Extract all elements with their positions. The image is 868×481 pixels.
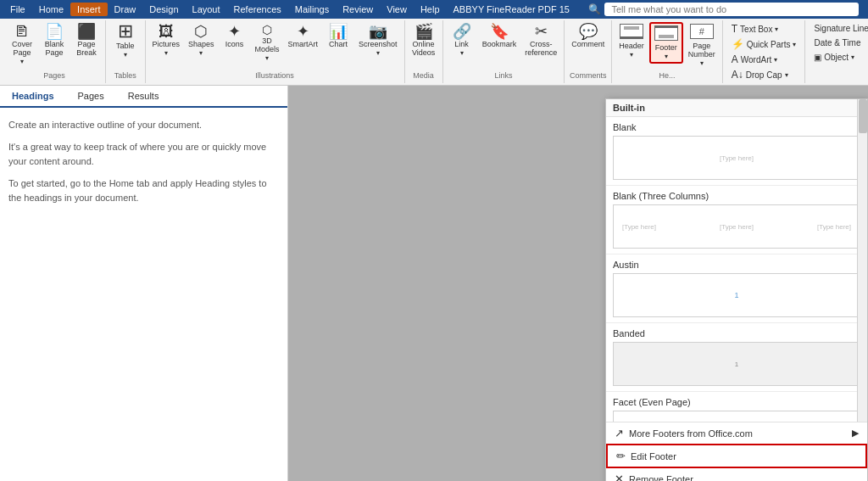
smartart-button[interactable]: ✦ SmartArt [285, 22, 322, 50]
menu-review[interactable]: Review [336, 3, 380, 16]
header-icon [620, 24, 643, 39]
cover-page-button[interactable]: 🖹 CoverPage ▾ [7, 22, 37, 67]
more-footers-action[interactable]: ↗ More Footers from Office.com ▶ [606, 422, 867, 444]
icons-button[interactable]: ✦ Icons [220, 22, 250, 50]
page-break-icon: ⬛ [77, 24, 96, 39]
footer-option-austin[interactable]: Austin 1 [606, 254, 867, 323]
chevron-icon: ▾ [774, 56, 777, 64]
option-blank-three-name: Blank (Three Columns) [613, 191, 860, 201]
tab-headings[interactable]: Headings [0, 86, 66, 108]
edit-footer-icon: ✏ [616, 450, 626, 462]
screenshot-icon: 📷 [369, 24, 387, 39]
online-videos-icon: 🎬 [415, 24, 433, 39]
object-button[interactable]: ▣ Object ▾ [809, 51, 860, 64]
option-blank-preview: [Type here] [613, 136, 860, 180]
ribbon-group-header-footer: Header ▾ Footer ▾ # PageNumber ▾ [612, 20, 723, 83]
menu-design[interactable]: Design [142, 3, 185, 16]
blank-page-icon: 📄 [45, 24, 64, 39]
scrollbar-thumb[interactable] [859, 99, 867, 133]
media-items: 🎬 OnlineVideos [409, 22, 439, 70]
option-blank-name: Blank [613, 122, 860, 132]
menu-bar: File Home Insert Draw Design Layout Refe… [0, 0, 580, 19]
text-items: T Text Box ▾ ⚡ Quick Parts ▾ A WordArt ▾ [726, 22, 802, 81]
wordart-button[interactable]: A WordArt ▾ [726, 53, 783, 66]
option-facet-name: Facet (Even Page) [613, 397, 860, 407]
panel-text-1: Create an interactive outline of your do… [8, 118, 279, 133]
panel-tabs: Headings Pages Results [0, 86, 287, 108]
bookmark-button[interactable]: 🔖 Bookmark [479, 22, 520, 50]
top-row: File Home Insert Draw Design Layout Refe… [0, 0, 868, 19]
date-time-button[interactable]: Date & Time [809, 36, 865, 49]
footer-option-facet[interactable]: Facet (Even Page) [Author name] [DD/DD/D… [606, 392, 867, 422]
link-button[interactable]: 🔗 Link ▾ [447, 22, 477, 59]
preview-text-col1: [Type here] [622, 223, 656, 231]
table-button[interactable]: ⊞ Table ▾ [109, 22, 142, 59]
chevron-icon: ▾ [775, 25, 778, 33]
online-videos-button[interactable]: 🎬 OnlineVideos [409, 22, 439, 59]
pages-items: 🖹 CoverPage ▾ 📄 BlankPage ⬛ PageBreak [7, 22, 102, 70]
dropdown-scrollbar[interactable] [857, 99, 867, 422]
quick-parts-button[interactable]: ⚡ Quick Parts ▾ [726, 37, 802, 51]
shapes-button[interactable]: ⬡ Shapes ▾ [185, 22, 218, 59]
menu-help[interactable]: Help [414, 3, 447, 16]
pictures-button[interactable]: 🖼 Pictures ▾ [149, 22, 184, 59]
link-icon: 🔗 [453, 24, 471, 39]
drop-cap-button[interactable]: A↓ Drop Cap ▾ [726, 68, 793, 81]
preview-text-banded: 1 [735, 361, 738, 368]
chevron-icon: ▾ [376, 49, 380, 57]
pages-label: Pages [43, 70, 65, 81]
chevron-icon: ▾ [265, 54, 269, 62]
menu-draw[interactable]: Draw [108, 3, 143, 16]
menu-abbyy[interactable]: ABBYY FineReader PDF 15 [447, 3, 576, 16]
option-austin-preview: 1 [613, 273, 860, 317]
menu-view[interactable]: View [380, 3, 414, 16]
3d-models-button[interactable]: ⬡ 3DModels ▾ [252, 22, 283, 64]
shapes-icon: ⬡ [194, 24, 208, 39]
chevron-icon: ▾ [665, 53, 668, 60]
menu-home[interactable]: Home [32, 3, 70, 16]
menu-insert[interactable]: Insert [70, 3, 108, 16]
comment-button[interactable]: 💬 Comment [568, 22, 608, 50]
edit-footer-action[interactable]: ✏ Edit Footer [606, 444, 867, 468]
3d-models-icon: ⬡ [262, 24, 272, 36]
table-icon: ⊞ [118, 22, 133, 41]
panel-text-3: To get started, go to the Home tab and a… [8, 176, 279, 206]
page-break-button[interactable]: ⬛ PageBreak [71, 22, 102, 59]
footer-option-blank[interactable]: Blank [Type here] [606, 117, 867, 186]
blank-page-button[interactable]: 📄 BlankPage [39, 22, 70, 59]
text-box-button[interactable]: T Text Box ▾ [726, 22, 784, 36]
menu-references[interactable]: References [227, 3, 288, 16]
remove-footer-label: Remove Footer [629, 474, 693, 482]
chart-button[interactable]: 📊 Chart [323, 22, 353, 50]
menu-file[interactable]: File [3, 3, 32, 16]
header-footer-items: Header ▾ Footer ▾ # PageNumber ▾ [615, 22, 719, 70]
tab-results[interactable]: Results [116, 86, 171, 106]
quick-parts-icon: ⚡ [732, 39, 744, 49]
menu-layout[interactable]: Layout [186, 3, 227, 16]
footer-option-banded[interactable]: Banded 1 [606, 323, 867, 392]
tab-pages[interactable]: Pages [66, 86, 116, 106]
page-number-icon: # [690, 24, 714, 39]
cross-reference-button[interactable]: ✂ Cross-reference [521, 22, 560, 59]
header-button[interactable]: Header ▾ [615, 22, 648, 60]
edit-footer-label: Edit Footer [631, 451, 676, 461]
menu-mailings[interactable]: Mailings [288, 3, 336, 16]
search-input[interactable] [604, 3, 859, 16]
option-facet-preview: [Author name] [DD/DD/DD] [613, 411, 860, 422]
footer-option-blank-three[interactable]: Blank (Three Columns) [Type here] [Type … [606, 186, 867, 254]
cover-page-icon: 🖹 [14, 24, 30, 39]
remove-footer-action[interactable]: ✕ Remove Footer [606, 468, 867, 481]
screenshot-button[interactable]: 📷 Screenshot ▾ [355, 22, 401, 59]
drop-cap-icon: A↓ [732, 70, 743, 80]
header-footer-label: He... [659, 70, 675, 81]
more-footers-icon: ↗ [615, 427, 624, 439]
panel-content: Create an interactive outline of your do… [0, 108, 287, 223]
illustrations-items: 🖼 Pictures ▾ ⬡ Shapes ▾ ✦ Icons ⬡ [149, 22, 401, 70]
footer-button[interactable]: Footer ▾ [649, 22, 683, 64]
page-number-button[interactable]: # PageNumber ▾ [685, 22, 719, 69]
tables-items: ⊞ Table ▾ [109, 22, 142, 70]
more-footers-label: More Footers from Office.com [629, 428, 753, 439]
signature-line-button[interactable]: Signature Line ▾ [809, 22, 868, 35]
option-blank-three-preview: [Type here] [Type here] [Type here] [613, 204, 860, 249]
dropdown-scroll-area: Built-in Blank [Type here] Blank (Three … [606, 99, 867, 422]
